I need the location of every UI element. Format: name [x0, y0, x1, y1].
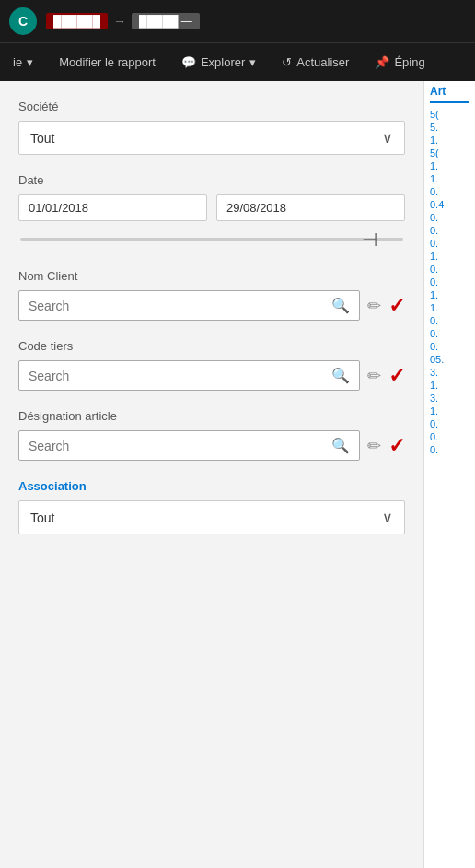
- code-tiers-pencil-icon[interactable]: ✏: [367, 366, 381, 386]
- right-strip-value: 1.: [430, 251, 469, 262]
- right-strip-tab[interactable]: Art: [430, 85, 469, 103]
- nom-client-pencil-icon[interactable]: ✏: [367, 296, 381, 316]
- right-strip-value: 0.: [430, 238, 469, 249]
- date-label: Date: [18, 173, 405, 187]
- societe-chevron-icon: ∨: [382, 129, 393, 147]
- avatar: C: [9, 7, 37, 35]
- right-strip-value: 1.: [430, 380, 469, 391]
- slider-fill: [269, 238, 403, 241]
- nav-item-dropdown[interactable]: ie ▾: [0, 43, 46, 81]
- code-tiers-search-row: 🔍 ✏ ✓: [18, 360, 405, 391]
- code-tiers-section: Code tiers 🔍 ✏ ✓: [18, 339, 405, 391]
- slider-track: [20, 238, 403, 241]
- date-slider[interactable]: ⊣: [18, 229, 405, 251]
- breadcrumb-first: ██████: [46, 13, 108, 29]
- right-strip-value: 1.: [430, 135, 469, 146]
- right-strip-value: 0.4: [430, 199, 469, 210]
- nav-bar: ie ▾ Modifier le rapport 💬 Explorer ▾ ↺ …: [0, 42, 475, 81]
- nav-label-eping: Éping: [394, 55, 424, 69]
- right-strip-value: 0.: [430, 418, 469, 429]
- right-strip-value: 1.: [430, 405, 469, 416]
- right-strip-value: 3.: [430, 367, 469, 378]
- breadcrumb: ██████ → █████ —: [46, 13, 200, 29]
- association-value: Tout: [30, 510, 54, 525]
- nav-item-modifier[interactable]: Modifier le rapport: [46, 43, 168, 81]
- designation-article-input-wrap: 🔍: [18, 430, 360, 461]
- date-to-input[interactable]: 29/08/2018: [216, 194, 405, 221]
- date-from-input[interactable]: 01/01/2018: [18, 194, 207, 221]
- nom-client-input-wrap: 🔍: [18, 290, 360, 321]
- societe-value: Tout: [30, 131, 54, 146]
- nav-label-modifier: Modifier le rapport: [59, 55, 156, 69]
- designation-article-checkmark-icon: ✓: [388, 436, 405, 456]
- right-strip-value: 1.: [430, 302, 469, 313]
- nom-client-search-icon[interactable]: 🔍: [331, 297, 350, 314]
- code-tiers-input-wrap: 🔍: [18, 360, 360, 391]
- right-strip-value: 0.: [430, 328, 469, 339]
- code-tiers-input[interactable]: [29, 369, 331, 383]
- right-strip: Art 5(5.1.5(1.1.0.0.40.0.0.1.0.0.1.1.0.0…: [423, 81, 475, 868]
- designation-article-section: Désignation article 🔍 ✏ ✓: [18, 409, 405, 461]
- association-label: Association: [18, 479, 405, 493]
- slider-handle-icon[interactable]: ⊣: [362, 229, 377, 251]
- right-strip-value: 0.: [430, 264, 469, 275]
- nav-label-actualiser: Actualiser: [296, 55, 349, 69]
- right-strip-value: 0.: [430, 212, 469, 223]
- code-tiers-checkmark-icon: ✓: [388, 366, 405, 386]
- main-layout: Société Tout ∨ Date 01/01/2018 29/08/201…: [0, 81, 475, 868]
- pin-icon: 📌: [375, 55, 389, 69]
- association-dropdown[interactable]: Tout ∨: [18, 500, 405, 534]
- nav-label-ie: ie: [13, 55, 22, 69]
- nav-item-explorer[interactable]: 💬 Explorer ▾: [168, 43, 269, 81]
- right-strip-value: 1.: [430, 289, 469, 300]
- top-bar: C ██████ → █████ —: [0, 0, 475, 42]
- nom-client-section: Nom Client 🔍 ✏ ✓: [18, 269, 405, 321]
- right-strip-value: 0.: [430, 186, 469, 197]
- nav-label-explorer: Explorer: [201, 55, 245, 69]
- date-row: 01/01/2018 29/08/2018: [18, 194, 405, 221]
- breadcrumb-current: █████ —: [132, 13, 200, 29]
- right-strip-values: 5(5.1.5(1.1.0.0.40.0.0.1.0.0.1.1.0.0.0.0…: [430, 109, 469, 455]
- date-section: Date 01/01/2018 29/08/2018 ⊣: [18, 173, 405, 251]
- right-strip-value: 0.: [430, 431, 469, 442]
- association-chevron-icon: ∨: [382, 509, 393, 526]
- nom-client-search-row: 🔍 ✏ ✓: [18, 290, 405, 321]
- nom-client-input[interactable]: [29, 299, 331, 313]
- right-strip-value: 3.: [430, 393, 469, 404]
- nav-item-eping[interactable]: 📌 Éping: [362, 43, 437, 81]
- right-strip-value: 0.: [430, 341, 469, 352]
- nav-item-actualiser[interactable]: ↺ Actualiser: [269, 43, 362, 81]
- right-strip-value: 0.: [430, 225, 469, 236]
- designation-article-label: Désignation article: [18, 409, 405, 423]
- nom-client-checkmark-icon: ✓: [388, 296, 405, 316]
- right-strip-value: 5(: [430, 147, 469, 158]
- breadcrumb-arrow: →: [113, 14, 126, 29]
- right-strip-value: 0.: [430, 444, 469, 455]
- right-strip-value: 1.: [430, 160, 469, 171]
- right-strip-value: 5.: [430, 122, 469, 133]
- right-strip-value: 0.: [430, 276, 469, 287]
- filter-panel: Société Tout ∨ Date 01/01/2018 29/08/201…: [0, 81, 423, 868]
- code-tiers-search-icon[interactable]: 🔍: [331, 367, 350, 384]
- right-strip-value: 1.: [430, 173, 469, 184]
- right-strip-value: 0.: [430, 315, 469, 326]
- code-tiers-label: Code tiers: [18, 339, 405, 353]
- designation-article-search-icon[interactable]: 🔍: [331, 437, 350, 454]
- right-strip-value: 5(: [430, 109, 469, 120]
- chat-icon: 💬: [181, 55, 196, 69]
- right-strip-value: 05.: [430, 354, 469, 365]
- designation-article-pencil-icon[interactable]: ✏: [367, 436, 381, 456]
- designation-article-search-row: 🔍 ✏ ✓: [18, 430, 405, 461]
- societe-label: Société: [18, 100, 405, 113]
- explorer-chevron-icon: ▾: [249, 55, 256, 69]
- nav-chevron-icon: ▾: [27, 55, 33, 69]
- designation-article-input[interactable]: [29, 439, 331, 453]
- association-section: Association Tout ∨: [18, 479, 405, 534]
- nom-client-label: Nom Client: [18, 269, 405, 283]
- societe-dropdown[interactable]: Tout ∨: [18, 121, 405, 155]
- societe-section: Société Tout ∨: [18, 100, 405, 155]
- refresh-icon: ↺: [282, 55, 292, 69]
